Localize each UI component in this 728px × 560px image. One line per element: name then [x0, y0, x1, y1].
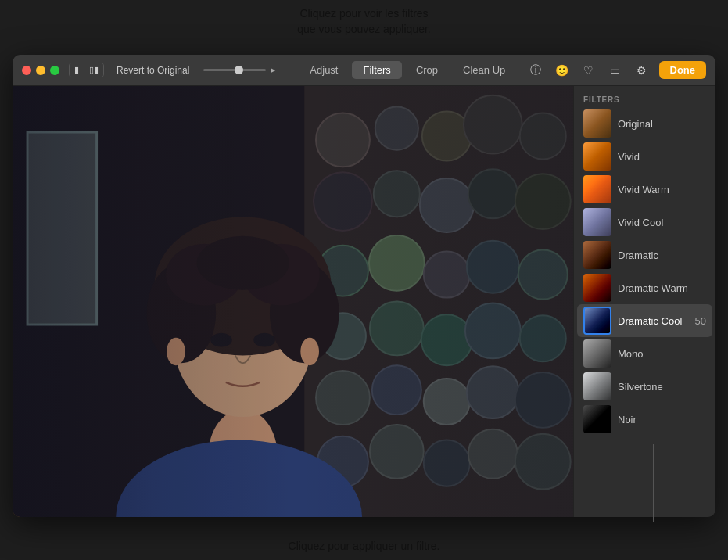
- filters-panel: FILTERS Original Vivid Vivid Warm Vivid …: [573, 86, 715, 517]
- compare-view-btn[interactable]: ▯▮: [84, 63, 103, 77]
- revert-button[interactable]: Revert to Original: [117, 65, 189, 76]
- maximize-button[interactable]: [50, 66, 59, 75]
- filter-item-mono[interactable]: Mono: [577, 337, 712, 370]
- slider-track[interactable]: [203, 69, 266, 71]
- photo-svg: [13, 86, 573, 517]
- filter-item-vivid-cool[interactable]: Vivid Cool: [577, 206, 712, 239]
- filter-item-dramatic[interactable]: Dramatic: [577, 239, 712, 271]
- filter-thumb-mono: [583, 339, 611, 368]
- tooltip-top-line: [350, 47, 350, 86]
- filters-header: FILTERS: [574, 91, 715, 107]
- slider-max-icon: ►: [269, 66, 277, 74]
- titlebar: ▮ ▯▮ Revert to Original − ► Adjust Filte…: [13, 55, 715, 86]
- content-area: FILTERS Original Vivid Vivid Warm Vivid …: [13, 86, 715, 517]
- done-button[interactable]: Done: [659, 61, 707, 79]
- tab-filters[interactable]: Filters: [352, 61, 401, 79]
- svg-rect-48: [13, 86, 573, 517]
- photo-image: [13, 86, 573, 517]
- filter-thumb-vivid-warm: [583, 175, 611, 203]
- more-button[interactable]: ⚙: [633, 61, 651, 80]
- tooltip-bottom-line: [653, 444, 654, 522]
- filter-item-dramatic-warm[interactable]: Dramatic Warm: [577, 271, 712, 304]
- photo-area: [13, 86, 573, 517]
- filter-item-silvertone[interactable]: Silvertone: [577, 370, 712, 403]
- view-toggle: ▮ ▯▮: [69, 63, 104, 77]
- app-window: ▮ ▯▮ Revert to Original − ► Adjust Filte…: [13, 55, 715, 517]
- filter-thumb-vivid: [583, 142, 611, 171]
- filter-thumb-original: [583, 109, 611, 138]
- filter-item-original[interactable]: Original: [577, 107, 712, 140]
- tab-cleanup[interactable]: Clean Up: [452, 61, 516, 79]
- single-view-btn[interactable]: ▮: [70, 63, 84, 77]
- tab-adjust[interactable]: Adjust: [299, 61, 349, 79]
- tooltip-top-line2: que vous pouvez appliquer.: [0, 22, 728, 38]
- face-button[interactable]: 🙂: [553, 61, 572, 80]
- filter-thumb-dramatic-warm: [583, 274, 611, 302]
- filter-label-vivid-warm: Vivid Warm: [618, 184, 706, 196]
- filter-label-noir: Noir: [618, 414, 706, 425]
- filter-label-mono: Mono: [618, 348, 706, 360]
- filter-label-dramatic: Dramatic: [618, 249, 706, 261]
- filter-thumb-dramatic-cool: [583, 307, 611, 335]
- tooltip-top: Cliquez pour voir les filtres que vous p…: [0, 6, 728, 37]
- tooltip-bottom: Cliquez pour appliquer un filtre.: [0, 540, 728, 552]
- filter-label-vivid-cool: Vivid Cool: [618, 217, 706, 228]
- tooltip-top-line1: Cliquez pour voir les filtres: [0, 6, 728, 22]
- filter-thumb-noir: [583, 405, 611, 433]
- toolbar-right: ⓘ 🙂 ♡ ▭ ⚙ Done: [526, 61, 707, 80]
- nav-tabs: Adjust Filters Crop Clean Up: [289, 61, 525, 79]
- slider-min-icon: −: [195, 66, 200, 74]
- filter-value-dramatic-cool: 50: [695, 315, 706, 327]
- traffic-lights: [22, 66, 59, 75]
- filter-item-dramatic-cool[interactable]: Dramatic Cool 50: [577, 304, 712, 337]
- minimize-button[interactable]: [36, 66, 45, 75]
- filter-thumb-silvertone: [583, 372, 611, 400]
- filter-item-noir[interactable]: Noir: [577, 403, 712, 436]
- zoom-slider: − ►: [195, 66, 277, 74]
- filter-label-original: Original: [618, 118, 706, 130]
- tab-crop[interactable]: Crop: [405, 61, 449, 79]
- slider-thumb[interactable]: [235, 66, 243, 74]
- close-button[interactable]: [22, 66, 31, 75]
- filter-label-vivid: Vivid: [618, 151, 706, 163]
- filter-thumb-vivid-cool: [583, 208, 611, 236]
- filter-thumb-dramatic: [583, 241, 611, 269]
- heart-button[interactable]: ♡: [579, 61, 598, 80]
- share-button[interactable]: ▭: [606, 61, 625, 80]
- filter-item-vivid[interactable]: Vivid: [577, 140, 712, 173]
- filter-label-dramatic-cool: Dramatic Cool: [618, 315, 692, 327]
- filter-label-silvertone: Silvertone: [618, 381, 706, 393]
- filter-item-vivid-warm[interactable]: Vivid Warm: [577, 173, 712, 206]
- info-button[interactable]: ⓘ: [526, 61, 545, 80]
- filter-label-dramatic-warm: Dramatic Warm: [618, 282, 706, 294]
